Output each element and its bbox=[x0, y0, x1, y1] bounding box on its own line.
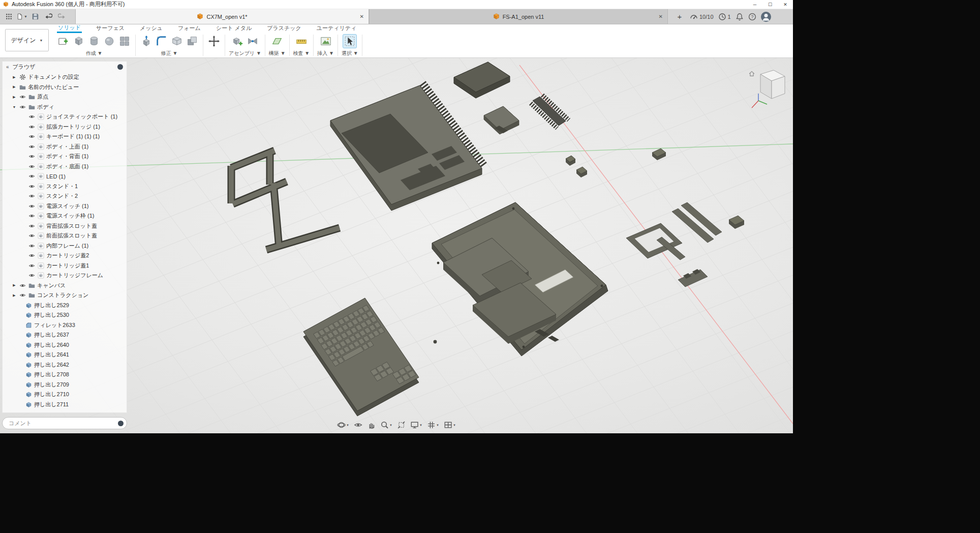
ribbon-group-label[interactable]: アセンブリ ▼ bbox=[229, 50, 261, 57]
expand-arrow-icon[interactable]: ▶ bbox=[12, 283, 17, 287]
job-status[interactable]: 10/10 bbox=[690, 13, 714, 21]
redo-icon[interactable] bbox=[56, 11, 67, 22]
expand-arrow-icon[interactable]: ▶ bbox=[12, 85, 17, 89]
model-power-switch[interactable] bbox=[484, 106, 519, 134]
ribbon-tab[interactable]: メッシュ bbox=[139, 24, 164, 33]
feature-item[interactable]: 押し出し2640 bbox=[3, 340, 127, 350]
visibility-eye-icon[interactable] bbox=[28, 123, 35, 130]
ribbon-group-label[interactable]: 挿入 ▼ bbox=[317, 50, 334, 57]
visibility-eye-icon[interactable] bbox=[28, 133, 35, 140]
shell-icon[interactable] bbox=[170, 34, 184, 48]
tab-close-icon[interactable]: ✕ bbox=[360, 14, 364, 19]
viewports-tool[interactable]: ▼ bbox=[442, 420, 457, 430]
visibility-eye-icon[interactable] bbox=[28, 183, 35, 190]
ribbon-group-label[interactable]: 構築 ▼ bbox=[269, 50, 286, 57]
ribbon-tab[interactable]: ソリッド bbox=[57, 24, 82, 33]
notification-status[interactable]: 1 bbox=[718, 13, 731, 21]
select-icon[interactable] bbox=[343, 34, 357, 48]
expand-arrow-icon[interactable]: ▶ bbox=[12, 75, 17, 79]
visibility-eye-icon[interactable] bbox=[28, 232, 35, 240]
tree-item[interactable]: カートリッジ蓋1 bbox=[3, 261, 127, 271]
expand-arrow-icon[interactable]: ▶ bbox=[12, 95, 17, 99]
feature-item[interactable]: 押し出し2529 bbox=[3, 301, 127, 311]
tree-item[interactable]: カートリッジフレーム bbox=[3, 271, 127, 281]
orbit-tool[interactable]: ▼ bbox=[335, 420, 351, 430]
feature-item[interactable]: 押し出し2708 bbox=[3, 370, 127, 380]
close-button[interactable]: ✕ bbox=[778, 0, 793, 9]
expand-arrow-icon[interactable]: ▶ bbox=[12, 293, 17, 298]
fillet-icon[interactable] bbox=[155, 34, 169, 48]
move-copy-icon[interactable] bbox=[207, 34, 221, 48]
undo-icon[interactable] bbox=[43, 11, 54, 22]
visibility-eye-icon[interactable] bbox=[28, 202, 35, 210]
tree-item[interactable]: ジョイスティックポート (1) bbox=[3, 112, 127, 122]
visibility-eye-icon[interactable] bbox=[28, 153, 35, 160]
save-icon[interactable] bbox=[29, 11, 41, 22]
visibility-eye-icon[interactable] bbox=[28, 272, 35, 279]
feature-item[interactable]: 押し出し2710 bbox=[3, 390, 127, 400]
ribbon-group-label[interactable]: 修正 ▼ bbox=[161, 50, 178, 57]
tree-item[interactable]: LED (1) bbox=[3, 171, 127, 182]
tree-item[interactable]: 拡張カートリッジ (1) bbox=[3, 122, 127, 132]
model-body-top[interactable] bbox=[330, 83, 484, 211]
model-internal-frame[interactable] bbox=[231, 151, 340, 250]
press-pull-icon[interactable] bbox=[139, 34, 154, 48]
pattern-icon[interactable] bbox=[117, 34, 132, 48]
app-grid-icon[interactable] bbox=[3, 11, 14, 22]
visibility-eye-icon[interactable] bbox=[19, 292, 26, 299]
new-component-icon[interactable] bbox=[230, 34, 244, 48]
feature-item[interactable]: 押し出し2709 bbox=[3, 380, 127, 390]
ribbon-group-label[interactable]: 検査 ▼ bbox=[293, 50, 310, 57]
tree-item[interactable]: 電源スイッチ (1) bbox=[3, 201, 127, 212]
feature-item[interactable]: 押し出し2641 bbox=[3, 350, 127, 360]
home-icon[interactable] bbox=[749, 71, 754, 76]
tree-item[interactable]: キーボード (1) (1) (1) bbox=[3, 132, 127, 142]
model-keyboard[interactable] bbox=[303, 298, 419, 416]
ribbon-tab[interactable]: サーフェス bbox=[95, 24, 126, 33]
file-menu-icon[interactable]: ▼ bbox=[16, 11, 27, 22]
feature-item[interactable]: 押し出し2637 bbox=[3, 330, 127, 340]
visibility-eye-icon[interactable] bbox=[28, 262, 35, 269]
tree-item[interactable]: カートリッジ蓋2 bbox=[3, 251, 127, 261]
ribbon-group-label[interactable]: 作成 ▼ bbox=[86, 50, 103, 57]
look-at-tool[interactable] bbox=[352, 420, 364, 430]
visibility-eye-icon[interactable] bbox=[28, 163, 35, 170]
combine-icon[interactable] bbox=[185, 34, 199, 48]
primitive-cylinder-icon[interactable] bbox=[87, 34, 101, 48]
feature-item[interactable]: 押し出し2642 bbox=[3, 360, 127, 370]
model-cartridge-door[interactable] bbox=[454, 62, 510, 98]
visibility-eye-icon[interactable] bbox=[28, 193, 35, 200]
bell-icon[interactable] bbox=[736, 13, 744, 21]
feature-item[interactable]: 押し出し2711 bbox=[3, 400, 127, 410]
visibility-eye-icon[interactable] bbox=[28, 252, 35, 259]
help-icon[interactable] bbox=[748, 13, 756, 21]
primitive-sphere-icon[interactable] bbox=[102, 34, 116, 48]
comment-action-icon[interactable] bbox=[118, 421, 124, 426]
ribbon-tab[interactable]: ユーティリティ bbox=[316, 24, 358, 33]
zoom-tool[interactable]: ▼ bbox=[379, 420, 394, 430]
tree-item[interactable]: ▶コンストラクション bbox=[3, 290, 127, 301]
grid-display-tool[interactable]: ▼ bbox=[425, 420, 441, 430]
feature-item[interactable]: フィレット2633 bbox=[3, 320, 127, 331]
joint-icon[interactable] bbox=[246, 34, 260, 48]
tree-item[interactable]: 前面拡張スロット蓋 bbox=[3, 231, 127, 241]
fit-tool[interactable] bbox=[395, 420, 407, 430]
minimize-button[interactable]: ─ bbox=[747, 0, 762, 9]
insert-canvas-icon[interactable] bbox=[319, 34, 333, 48]
model-expansion-connector[interactable] bbox=[531, 95, 569, 128]
design-workspace-menu[interactable]: デザイン ▼ bbox=[5, 29, 49, 51]
feature-item[interactable]: 押し出し2530 bbox=[3, 310, 127, 320]
expand-arrow-icon[interactable]: ▼ bbox=[12, 105, 17, 109]
doc-tab-cx7m[interactable]: CX7M_open v1* ✕ bbox=[75, 9, 369, 24]
panel-options-icon[interactable] bbox=[117, 64, 123, 70]
visibility-eye-icon[interactable] bbox=[28, 242, 35, 249]
primitive-box-icon[interactable] bbox=[72, 34, 86, 48]
tree-item[interactable]: ボディ・上面 (1) bbox=[3, 142, 127, 152]
maximize-button[interactable]: ☐ bbox=[762, 0, 778, 9]
model-body-bottom[interactable] bbox=[432, 202, 608, 356]
tree-item[interactable]: ▼ボディ bbox=[3, 102, 127, 112]
ribbon-tab[interactable]: プラスチック bbox=[266, 24, 302, 33]
user-avatar[interactable] bbox=[761, 12, 771, 22]
tab-close-icon[interactable]: ✕ bbox=[659, 14, 663, 19]
tree-item[interactable]: スタンド・1 bbox=[3, 182, 127, 192]
